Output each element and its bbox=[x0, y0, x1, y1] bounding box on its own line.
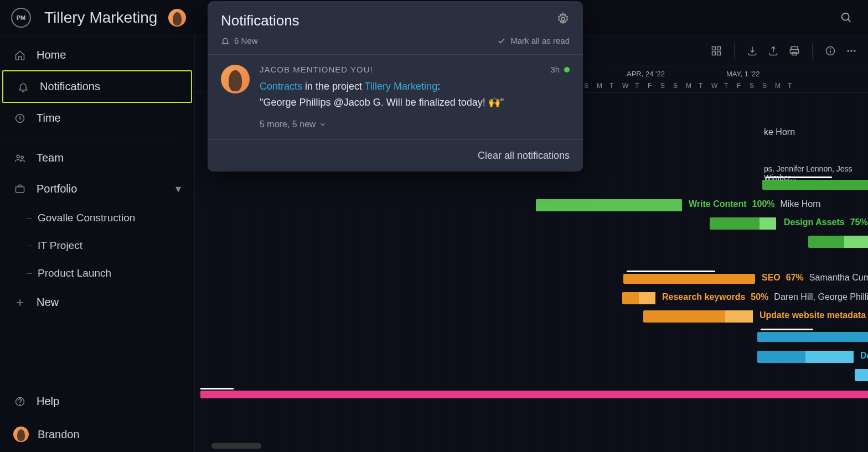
svg-point-3 bbox=[17, 155, 19, 158]
day-label: W bbox=[711, 82, 717, 90]
portfolio-sub-it[interactable]: IT Project bbox=[0, 232, 194, 259]
notif-avatar-icon bbox=[221, 65, 250, 93]
task-percent: 50% bbox=[751, 292, 768, 302]
gear-icon[interactable] bbox=[556, 12, 570, 25]
svg-rect-16 bbox=[792, 52, 797, 55]
sidebar-user[interactable]: Brandon bbox=[0, 417, 194, 452]
day-label: S bbox=[660, 82, 665, 90]
notif-heading: JACOB MENTIONED YOU! bbox=[260, 65, 373, 74]
sidebar-item-label: Time bbox=[37, 112, 61, 124]
day-label: S bbox=[584, 82, 588, 90]
briefcase-icon bbox=[13, 183, 27, 194]
svg-point-9 bbox=[20, 404, 20, 404]
gantt-bar[interactable] bbox=[757, 332, 868, 342]
sidebar-item-label: Home bbox=[37, 49, 66, 61]
notif-link-project[interactable]: Tillery Marketing bbox=[365, 81, 437, 92]
notifications-panel: Notifications 6 New Mark all as read JAC… bbox=[208, 1, 583, 172]
svg-point-20 bbox=[848, 50, 849, 51]
gantt-bar[interactable] bbox=[710, 217, 776, 230]
portfolio-sub-govalle[interactable]: Govalle Construction bbox=[0, 204, 194, 232]
download-icon[interactable] bbox=[747, 45, 758, 56]
sidebar-item-home[interactable]: Home bbox=[0, 40, 194, 70]
check-icon bbox=[497, 37, 506, 45]
info-icon[interactable] bbox=[825, 45, 836, 56]
task-assignee: ke Horn bbox=[764, 127, 795, 137]
task-percent: 75% bbox=[850, 217, 868, 227]
sidebar-item-label: New bbox=[37, 296, 59, 309]
help-icon bbox=[13, 396, 27, 407]
print-icon[interactable] bbox=[789, 45, 800, 56]
svg-point-22 bbox=[854, 50, 855, 51]
day-label: T bbox=[724, 82, 728, 90]
notif-time: 3h bbox=[550, 65, 560, 74]
gantt-bar[interactable] bbox=[808, 236, 868, 248]
svg-point-0 bbox=[842, 13, 849, 20]
notification-item[interactable]: JACOB MENTIONED YOU! 3h Contracts in the… bbox=[208, 54, 583, 139]
user-avatar-header[interactable] bbox=[168, 9, 186, 27]
grid-icon[interactable] bbox=[711, 45, 722, 56]
unread-indicator bbox=[564, 67, 570, 72]
month-label: APR, 24 '22 bbox=[627, 70, 665, 78]
gantt-bar[interactable] bbox=[855, 369, 868, 381]
task-assignee: Mike Horn bbox=[781, 199, 821, 209]
upload-icon[interactable] bbox=[768, 45, 779, 56]
task-assignee: Samantha Cummings bbox=[809, 273, 868, 283]
task-percent: 100% bbox=[752, 199, 775, 209]
gantt-bar[interactable] bbox=[536, 199, 682, 211]
bell-icon bbox=[17, 81, 30, 92]
chevron-down-icon: ▾ bbox=[175, 182, 181, 195]
app-logo[interactable]: PM bbox=[11, 8, 31, 28]
sidebar-item-notifications[interactable]: Notifications bbox=[2, 70, 192, 103]
team-icon bbox=[13, 153, 27, 164]
svg-rect-12 bbox=[712, 51, 716, 55]
day-label: T bbox=[699, 82, 702, 90]
day-label: T bbox=[609, 82, 613, 90]
gantt-bar[interactable] bbox=[757, 351, 854, 363]
clear-all-button[interactable]: Clear all notifications bbox=[208, 139, 583, 172]
mark-all-read-button[interactable]: Mark all as read bbox=[497, 36, 570, 45]
task-title: Define strategy bbox=[860, 351, 868, 361]
day-label: S bbox=[762, 82, 767, 90]
task-assignee: ps, Jennifer Lennon, Jess Wimber... bbox=[764, 164, 868, 182]
sidebar-item-help[interactable]: Help bbox=[0, 386, 194, 417]
svg-point-4 bbox=[21, 156, 23, 158]
task-title: Design Assets bbox=[784, 217, 845, 227]
gantt-summary-bar[interactable] bbox=[200, 391, 868, 398]
sidebar: Home Notifications Time Team Portfolio bbox=[0, 35, 195, 452]
sidebar-item-label: Notifications bbox=[40, 80, 100, 93]
task-title: Research keywords bbox=[662, 292, 745, 302]
sidebar-item-label: Portfolio bbox=[37, 183, 77, 195]
sidebar-item-new[interactable]: New bbox=[0, 287, 194, 318]
more-icon[interactable] bbox=[846, 45, 857, 56]
sidebar-user-name: Brandon bbox=[38, 428, 80, 441]
sidebar-item-time[interactable]: Time bbox=[0, 103, 194, 133]
notif-link-contracts[interactable]: Contracts bbox=[260, 81, 302, 92]
task-percent: 67% bbox=[786, 273, 804, 283]
day-label: F bbox=[648, 82, 652, 90]
sidebar-item-label: Help bbox=[37, 395, 59, 408]
sidebar-item-team[interactable]: Team bbox=[0, 143, 194, 173]
sidebar-item-portfolio[interactable]: Portfolio ▾ bbox=[0, 173, 194, 204]
plus-icon bbox=[13, 298, 27, 308]
month-label: MAY, 1 '22 bbox=[726, 70, 760, 78]
notif-more-toggle[interactable]: 5 more, 5 new bbox=[260, 120, 570, 129]
day-label: M bbox=[775, 82, 781, 90]
user-avatar-icon bbox=[13, 427, 29, 442]
home-icon bbox=[13, 50, 27, 61]
day-label: T bbox=[788, 82, 792, 90]
search-icon[interactable] bbox=[836, 7, 857, 28]
day-label: T bbox=[635, 82, 639, 90]
chevron-down-icon bbox=[319, 121, 327, 128]
portfolio-sub-product[interactable]: Product Launch bbox=[0, 259, 194, 287]
day-label: S bbox=[673, 82, 678, 90]
svg-point-23 bbox=[561, 17, 565, 20]
mark-all-label: Mark all as read bbox=[510, 36, 570, 45]
day-label: S bbox=[750, 82, 754, 90]
gantt-bar[interactable] bbox=[622, 292, 655, 304]
horizontal-scrollbar[interactable] bbox=[211, 443, 261, 449]
svg-rect-11 bbox=[717, 46, 721, 50]
svg-rect-5 bbox=[16, 187, 24, 193]
clock-icon bbox=[13, 113, 27, 124]
gantt-bar[interactable] bbox=[643, 310, 753, 323]
gantt-bar[interactable] bbox=[623, 274, 755, 284]
